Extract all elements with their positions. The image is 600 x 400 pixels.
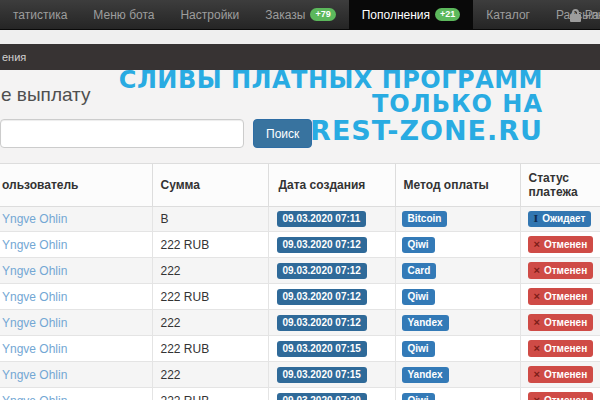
x-icon: × <box>534 238 540 250</box>
user-link[interactable]: Yngve Ohlin <box>2 290 67 304</box>
user-link[interactable]: Yngve Ohlin <box>2 264 67 278</box>
hourglass-icon: I <box>534 213 539 224</box>
x-icon: × <box>534 290 540 302</box>
nav-item-4[interactable]: Пополнения +21 <box>349 0 474 29</box>
navbar-account[interactable]: Ра <box>570 0 600 30</box>
table-row: Yngve Ohlin 222 09.03.2020 07:12 Card ×О… <box>0 258 600 284</box>
user-link[interactable]: Yngve Ohlin <box>2 368 67 382</box>
table-row: Yngve Ohlin 222 RUB 09.03.2020 07:15 Qiw… <box>0 336 600 362</box>
status-badge: ×Отменен <box>528 262 594 279</box>
status-badge: ×Отменен <box>528 340 594 357</box>
status-badge: ×Отменен <box>528 366 594 383</box>
nav-item-2[interactable]: Настройки <box>167 0 252 29</box>
search-button[interactable]: Поиск <box>253 119 312 148</box>
date-badge: 09.03.2020 07:12 <box>277 315 367 331</box>
search-input[interactable] <box>0 119 244 148</box>
status-badge: ×Отменен <box>528 288 594 305</box>
col-header-method: Метод оплаты <box>395 164 520 207</box>
col-header-user: ользователь <box>0 164 152 207</box>
table-row: Yngve Ohlin В 09.03.2020 07:11 Bitcoin I… <box>0 207 600 232</box>
user-link[interactable]: Yngve Ohlin <box>2 342 67 356</box>
search-row: Поиск <box>0 119 600 148</box>
nav-item-5[interactable]: Каталог <box>473 0 543 29</box>
lock-icon <box>570 9 581 22</box>
col-header-date: Дата создания <box>268 164 395 207</box>
method-badge: Qiwi <box>402 393 435 400</box>
nav-item-0[interactable]: татистика <box>0 0 80 29</box>
method-badge: Card <box>402 263 437 279</box>
amount-value: 222 RUB <box>155 394 210 400</box>
nav-item-3[interactable]: Заказы +79 <box>252 0 348 29</box>
amount-value: 222 RUB <box>155 342 210 356</box>
x-icon: × <box>534 316 540 328</box>
page-title: е выплату <box>0 84 600 106</box>
method-badge: Yandex <box>402 367 449 383</box>
status-badge: IОжидает <box>528 211 592 227</box>
main-content: е выплату Поиск ользователь Сумма Дата с… <box>0 70 600 400</box>
user-link[interactable]: Yngve Ohlin <box>2 316 67 330</box>
status-badge: ×Отменен <box>528 392 594 400</box>
amount-value: 222 <box>155 316 181 330</box>
table-row: Yngve Ohlin 222 RUB 09.03.2020 07:12 Qiw… <box>0 232 600 258</box>
x-icon: × <box>534 394 540 400</box>
page-header-title: ения <box>2 51 26 63</box>
col-header-amount: Сумма <box>152 164 268 207</box>
method-badge: Qiwi <box>402 341 435 357</box>
date-badge: 09.03.2020 07:12 <box>277 237 367 253</box>
method-badge: Bitcoin <box>402 211 448 227</box>
status-badge: ×Отменен <box>528 236 594 253</box>
date-badge: 09.03.2020 07:12 <box>277 289 367 305</box>
col-header-status: Статус платежа <box>520 164 600 207</box>
date-badge: 09.03.2020 07:12 <box>277 263 367 279</box>
method-badge: Qiwi <box>402 289 435 305</box>
amount-value: 222 <box>155 264 181 278</box>
spacer-strip <box>0 30 600 44</box>
user-link[interactable]: Yngve Ohlin <box>2 212 67 226</box>
payments-table: ользователь Сумма Дата создания Метод оп… <box>0 163 600 400</box>
table-row: Yngve Ohlin 222 RUB 09.03.2020 07:12 Qiw… <box>0 284 600 310</box>
date-badge: 09.03.2020 07:15 <box>277 341 367 357</box>
page-header-bar: ения <box>0 44 600 70</box>
method-badge: Yandex <box>402 315 449 331</box>
amount-value: 222 RUB <box>155 238 210 252</box>
amount-value: 222 <box>155 368 181 382</box>
x-icon: × <box>534 368 540 380</box>
table-row: Yngve Ohlin 222 09.03.2020 07:15 Yandex … <box>0 362 600 388</box>
amount-value: 222 RUB <box>155 290 210 304</box>
nav-item-badge: +79 <box>310 8 335 21</box>
amount-value: В <box>155 212 169 226</box>
status-badge: ×Отменен <box>528 314 594 331</box>
table-row: Yngve Ohlin 222 RUB 09.03.2020 07:20 Qiw… <box>0 388 600 400</box>
date-badge: 09.03.2020 07:11 <box>277 211 367 227</box>
x-icon: × <box>534 342 540 354</box>
user-link[interactable]: Yngve Ohlin <box>2 394 67 400</box>
table-header-row: ользователь Сумма Дата создания Метод оп… <box>0 164 600 207</box>
date-badge: 09.03.2020 07:20 <box>277 393 367 400</box>
top-navbar: татистика Меню бота Настройки Заказы +79… <box>0 0 600 30</box>
date-badge: 09.03.2020 07:15 <box>277 367 367 383</box>
x-icon: × <box>534 264 540 276</box>
navbar-account-label: Ра <box>585 8 599 22</box>
user-link[interactable]: Yngve Ohlin <box>2 238 67 252</box>
table-row: Yngve Ohlin 222 09.03.2020 07:12 Yandex … <box>0 310 600 336</box>
nav-item-1[interactable]: Меню бота <box>80 0 167 29</box>
nav-item-badge: +21 <box>435 8 460 21</box>
method-badge: Qiwi <box>402 237 435 253</box>
